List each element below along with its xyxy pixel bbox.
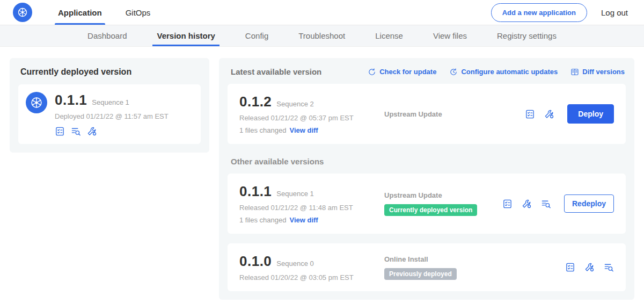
version-card-010: 0.1.0 Sequence 0 Released 01/20/22 @ 03:… [228,243,626,291]
kubernetes-wheel-icon [30,96,43,110]
diff-icon[interactable] [71,126,81,136]
previously-deployed-badge: Previously deployed [384,268,457,280]
source-label: Upstream Update [384,191,502,199]
add-application-button[interactable]: Add a new application [491,3,587,22]
subtab-registry-settings[interactable]: Registry settings [482,25,572,46]
version-source: Upstream Update [383,110,525,118]
subtab-config[interactable]: Config [230,25,283,46]
source-label: Upstream Update [384,110,525,118]
source-label: Online Install [384,255,565,263]
release-notes-icon[interactable] [502,199,513,209]
subtab-license[interactable]: License [360,25,418,46]
check-for-update-link[interactable]: Check for update [368,68,436,76]
version-source: Online Install Previously deployed [383,255,565,280]
diff-versions-icon [570,68,579,76]
configure-automatic-updates-link[interactable]: Configure automatic updates [449,68,558,76]
released-timestamp: Released 01/21/22 @ 05:37 pm EST [239,114,383,122]
diff-versions-link[interactable]: Diff versions [570,68,625,76]
currently-deployed-panel: Currently deployed version [10,58,209,153]
version-actions: Redeploy [502,194,614,213]
released-timestamp: Released 01/21/22 @ 11:48 am EST [239,204,383,212]
edit-config-icon[interactable] [544,109,554,119]
version-number: 0.1.0 [239,253,272,270]
deployed-actions [55,126,169,136]
version-actions: Deploy [525,104,614,124]
edit-config-icon[interactable] [522,199,532,209]
other-versions-title: Other available versions [231,157,625,166]
files-changed: 1 files changedView diff [239,216,383,224]
version-info: 0.1.1 Sequence 1 Released 01/21/22 @ 11:… [239,183,383,224]
version-number: 0.1.2 [239,93,272,110]
edit-config-icon[interactable] [87,126,97,136]
version-actions [565,262,614,272]
logout-link[interactable]: Log out [601,8,628,17]
deployed-version-number: 0.1.1 [55,92,87,109]
files-changed-count: 1 files changed [239,126,286,134]
version-source: Upstream Update Currently deployed versi… [383,191,502,216]
version-card-011: 0.1.1 Sequence 1 Released 01/21/22 @ 11:… [228,174,626,234]
header-actions: Add a new application Log out [491,3,628,22]
view-diff-link[interactable]: View diff [289,216,318,224]
main-content: Currently deployed version [0,47,644,300]
redeploy-button[interactable]: Redeploy [564,194,614,213]
check-for-update-label: Check for update [379,68,436,76]
app-subnav: Dashboard Version history Config Trouble… [0,25,644,47]
release-notes-icon[interactable] [525,109,535,119]
version-info: 0.1.2 Sequence 2 Released 01/21/22 @ 05:… [239,93,383,134]
files-changed: 1 files changedView diff [239,126,383,134]
kubernetes-wheel-icon [17,6,28,18]
deployed-sequence-label: Sequence 1 [92,98,129,106]
released-timestamp: Released 01/20/22 @ 03:05 pm EST [239,273,383,282]
deployed-timestamp: Deployed 01/21/22 @ 11:57 am EST [55,112,169,120]
subtab-version-history[interactable]: Version history [142,25,230,46]
deployed-version-info: 0.1.1 Sequence 1 Deployed 01/21/22 @ 11:… [55,92,169,136]
configure-automatic-updates-label: Configure automatic updates [461,68,558,76]
version-info: 0.1.0 Sequence 0 Released 01/20/22 @ 03:… [239,253,383,282]
release-notes-icon[interactable] [55,126,65,136]
primary-nav: Application GitOps [46,0,162,25]
kubernetes-logo-icon [13,3,32,22]
edit-config-icon[interactable] [584,262,595,272]
sequence-label: Sequence 2 [276,100,313,108]
diff-icon[interactable] [541,199,551,209]
subtab-view-files[interactable]: View files [418,25,482,46]
diff-icon[interactable] [604,262,614,272]
latest-available-title: Latest available version [231,67,321,76]
diff-versions-label: Diff versions [582,68,625,76]
available-versions-panel: Latest available version Check for updat… [219,58,634,300]
top-header: Application GitOps Add a new application… [0,0,644,25]
sequence-label: Sequence 1 [276,190,313,198]
latest-available-header: Latest available version Check for updat… [231,67,625,76]
subtab-troubleshoot[interactable]: Troubleshoot [283,25,360,46]
deploy-button[interactable]: Deploy [567,104,614,124]
files-changed-count: 1 files changed [239,216,286,224]
refresh-icon [368,68,376,76]
version-number: 0.1.1 [239,183,272,200]
version-header-actions: Check for update Configure automatic upd… [368,68,625,76]
tab-application[interactable]: Application [46,0,114,25]
subtab-dashboard[interactable]: Dashboard [72,25,142,46]
deployed-version-card: 0.1.1 Sequence 1 Deployed 01/21/22 @ 11:… [18,84,201,144]
sequence-label: Sequence 0 [276,259,313,268]
version-card-012: 0.1.2 Sequence 2 Released 01/21/22 @ 05:… [228,84,626,144]
release-notes-icon[interactable] [565,262,575,272]
tab-gitops[interactable]: GitOps [114,0,163,25]
view-diff-link[interactable]: View diff [289,126,318,134]
auto-update-icon [449,68,458,76]
app-icon [26,92,47,113]
currently-deployed-badge: Currently deployed version [384,204,477,216]
currently-deployed-title: Currently deployed version [20,67,201,77]
